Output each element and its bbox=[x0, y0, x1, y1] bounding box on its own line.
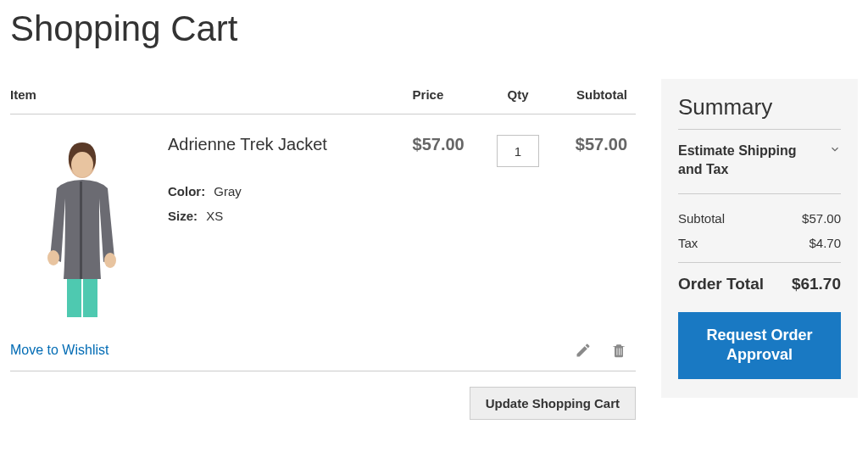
order-total-label: Order Total bbox=[678, 275, 764, 293]
option-size-value: XS bbox=[206, 209, 223, 223]
edit-icon[interactable] bbox=[575, 342, 592, 359]
option-color-value: Gray bbox=[214, 184, 242, 198]
header-qty: Qty bbox=[487, 79, 548, 114]
chevron-down-icon bbox=[829, 143, 841, 159]
summary-sidebar: Summary Estimate Shipping and Tax Subtot… bbox=[661, 79, 858, 398]
item-subtotal: $57.00 bbox=[548, 114, 636, 322]
order-total-value: $61.70 bbox=[792, 275, 841, 293]
subtotal-row: Subtotal $57.00 bbox=[678, 206, 841, 231]
svg-point-4 bbox=[104, 253, 116, 268]
estimate-label: Estimate Shipping and Tax bbox=[678, 142, 805, 180]
svg-rect-5 bbox=[67, 279, 81, 317]
cart-item-row: Adrienne Trek Jacket Color: Gray Size: X… bbox=[10, 114, 636, 322]
trash-icon[interactable] bbox=[610, 342, 627, 359]
page-title: Shopping Cart bbox=[10, 8, 858, 49]
tax-row: Tax $4.70 bbox=[678, 231, 841, 255]
svg-point-1 bbox=[71, 152, 93, 177]
subtotal-label: Subtotal bbox=[678, 211, 725, 226]
cart-table: Item Price Qty Subtotal bbox=[10, 79, 636, 371]
svg-rect-2 bbox=[80, 181, 82, 279]
cart-main: Item Price Qty Subtotal bbox=[10, 79, 636, 420]
request-order-approval-button[interactable]: Request Order Approval bbox=[678, 312, 841, 379]
product-name[interactable]: Adrienne Trek Jacket bbox=[168, 135, 404, 154]
header-price: Price bbox=[413, 79, 487, 114]
summary-title: Summary bbox=[678, 94, 841, 130]
update-cart-button[interactable]: Update Shopping Cart bbox=[470, 387, 636, 420]
svg-point-3 bbox=[47, 250, 59, 265]
header-subtotal: Subtotal bbox=[548, 79, 636, 114]
svg-rect-6 bbox=[83, 279, 97, 317]
item-price: $57.00 bbox=[413, 114, 487, 322]
subtotal-value: $57.00 bbox=[802, 211, 841, 226]
qty-input[interactable] bbox=[497, 135, 539, 167]
item-options: Color: Gray Size: XS bbox=[168, 180, 404, 228]
product-image[interactable] bbox=[10, 135, 154, 321]
header-item: Item bbox=[10, 79, 413, 114]
tax-label: Tax bbox=[678, 236, 698, 250]
estimate-shipping-toggle[interactable]: Estimate Shipping and Tax bbox=[678, 142, 841, 194]
tax-value: $4.70 bbox=[809, 236, 841, 250]
move-to-wishlist-link[interactable]: Move to Wishlist bbox=[10, 343, 108, 358]
option-size-label: Size: bbox=[168, 209, 198, 223]
option-color-label: Color: bbox=[168, 184, 205, 198]
order-total-row: Order Total $61.70 bbox=[678, 262, 841, 293]
